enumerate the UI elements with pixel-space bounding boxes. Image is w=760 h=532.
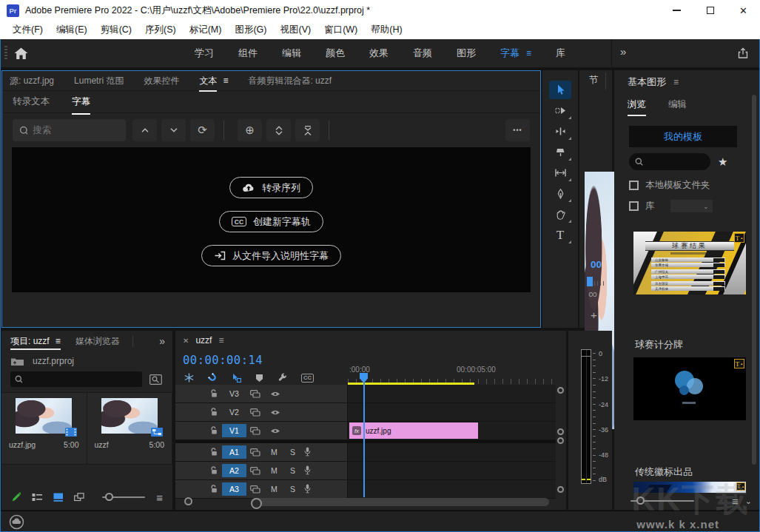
pen-tool[interactable] xyxy=(549,184,571,203)
workspace-tab-libraries[interactable]: 库 xyxy=(556,47,565,60)
menu-edit[interactable]: 编辑(E) xyxy=(50,24,94,36)
breadcrumb-label[interactable]: uzzf.prproj xyxy=(33,356,74,366)
track-content[interactable] xyxy=(348,443,556,461)
scrollbar[interactable] xyxy=(752,95,756,465)
track-label-targeted[interactable]: V1 xyxy=(222,424,246,437)
mute-button[interactable]: M xyxy=(271,448,278,457)
workspace-overflow-button[interactable]: » xyxy=(620,45,626,58)
menu-help[interactable]: 帮助(H) xyxy=(364,24,408,36)
solo-button[interactable]: S xyxy=(290,466,295,475)
track-label[interactable]: V3 xyxy=(222,387,246,400)
track-output-eye-icon[interactable] xyxy=(270,391,280,397)
track-output-eye-icon[interactable] xyxy=(270,409,280,416)
menu-view[interactable]: 视图(V) xyxy=(273,24,317,36)
tab-media-browser[interactable]: 媒体浏览器 xyxy=(75,331,120,351)
workspace-tab-editing[interactable]: 编辑 xyxy=(282,47,301,60)
more-options-button[interactable]: ••• xyxy=(505,119,530,141)
track-content[interactable] xyxy=(348,385,556,403)
voiceover-mic-icon[interactable] xyxy=(304,447,311,457)
slip-tool[interactable] xyxy=(549,164,571,182)
slider-knob[interactable] xyxy=(636,496,645,505)
add-marker-icon[interactable] xyxy=(255,374,263,383)
track-lock-icon[interactable] xyxy=(210,389,218,398)
menu-file[interactable]: 文件(F) xyxy=(6,24,50,36)
tab-source-monitor[interactable]: 源: uzzf.jpg xyxy=(10,71,54,90)
track-content[interactable]: fx uzzf.jpg xyxy=(348,422,556,440)
sync-lock-icon[interactable] xyxy=(250,390,260,398)
playback-resolution-icon[interactable]: ∞ xyxy=(588,287,597,302)
find-in-project-button[interactable] xyxy=(148,373,164,386)
track-content[interactable] xyxy=(348,462,556,479)
sequence-tab-label[interactable]: uzzf xyxy=(195,335,212,346)
template-card-scoreboard[interactable]: 球赛结果 山东鲁能 华夏幸福 广州恒大 上海申花 北京国安 天津权健 T xyxy=(633,232,746,294)
mute-button[interactable]: M xyxy=(271,466,278,475)
captions-search-input[interactable] xyxy=(33,125,119,135)
hamburger-icon[interactable]: ≡ xyxy=(673,77,679,87)
workspace-tab-effects[interactable]: 效果 xyxy=(369,47,389,60)
import-captions-button[interactable]: 从文件导入说明性字幕 xyxy=(201,245,341,266)
track-lock-icon[interactable] xyxy=(210,448,218,457)
snap-magnet-icon[interactable] xyxy=(208,373,218,383)
track-label-targeted[interactable]: A2 xyxy=(222,464,246,477)
button-editor-icon[interactable]: + xyxy=(591,309,597,321)
sync-lock-icon[interactable] xyxy=(250,408,260,417)
workspace-tab-learn[interactable]: 学习 xyxy=(195,47,214,60)
hamburger-icon[interactable]: ≡ xyxy=(56,336,61,346)
timeline-ruler[interactable]: :00:00 00:00:05:00 xyxy=(348,365,556,384)
track-content[interactable] xyxy=(348,480,556,498)
timeline-settings-wrench-icon[interactable] xyxy=(278,373,287,383)
creative-cloud-icon[interactable] xyxy=(9,514,24,530)
hamburger-icon[interactable]: ≡ xyxy=(156,491,163,504)
replace-button[interactable]: ⟳ xyxy=(190,119,215,141)
voiceover-mic-icon[interactable] xyxy=(304,484,311,494)
track-label[interactable]: V2 xyxy=(222,405,246,419)
close-tab-icon[interactable]: ✕ xyxy=(183,337,189,345)
hand-tool[interactable] xyxy=(549,205,571,223)
subtab-transcript[interactable]: 转录文本 xyxy=(13,95,50,108)
close-button[interactable]: ✕ xyxy=(727,0,760,21)
tab-lumetri-scopes[interactable]: Lumetri 范围 xyxy=(74,71,124,90)
track-output-eye-icon[interactable] xyxy=(270,428,280,434)
track-height-handle[interactable] xyxy=(557,437,564,444)
tab-audio-clip-mixer[interactable]: 音频剪辑混合器: uzzf xyxy=(248,71,332,90)
libraries-dropdown[interactable]: ⌄ xyxy=(670,200,713,212)
audio-level-meter[interactable] xyxy=(581,349,591,484)
workspace-tab-graphics[interactable]: 图形 xyxy=(457,47,476,60)
menu-graphics[interactable]: 图形(G) xyxy=(228,24,273,36)
hamburger-icon[interactable]: ≡ xyxy=(218,335,223,346)
split-caption-button[interactable] xyxy=(266,119,291,141)
tab-effect-controls[interactable]: 效果控件 xyxy=(144,71,179,90)
template-search-input[interactable] xyxy=(647,157,706,167)
workspace-tab-assembly[interactable]: 组件 xyxy=(238,47,258,60)
timeline-clip[interactable]: fx uzzf.jpg xyxy=(349,422,478,439)
previous-caption-button[interactable] xyxy=(132,119,157,141)
project-search-box[interactable] xyxy=(10,371,142,387)
track-lock-icon[interactable] xyxy=(210,426,218,435)
solo-button[interactable]: S xyxy=(290,448,295,457)
selection-tool[interactable] xyxy=(549,81,571,99)
hamburger-icon[interactable]: ≡ xyxy=(732,495,739,508)
quick-export-button[interactable] xyxy=(737,47,749,59)
sync-lock-icon[interactable] xyxy=(250,485,260,494)
playhead-timecode[interactable]: 00:00:00:14 xyxy=(183,354,263,367)
track-lock-icon[interactable] xyxy=(210,408,218,417)
transcribe-sequence-button[interactable]: 转录序列 xyxy=(229,177,313,198)
subtab-captions[interactable]: 字幕 xyxy=(72,95,90,108)
program-mini-timeline[interactable] xyxy=(587,277,606,288)
tab-text-active[interactable]: 文本 ≡ xyxy=(199,71,228,90)
track-height-handle[interactable] xyxy=(557,486,564,493)
type-tool[interactable]: T xyxy=(549,226,571,244)
template-name[interactable]: 传统徽标出品 xyxy=(635,465,693,479)
track-select-forward-tool[interactable] xyxy=(549,101,571,120)
project-item-clip[interactable]: uzzf.jpg 5:00 xyxy=(1,393,87,464)
home-button[interactable] xyxy=(13,47,29,61)
linked-selection-icon[interactable] xyxy=(232,374,241,383)
template-card-logo[interactable]: T xyxy=(633,357,746,420)
writable-pencil-icon[interactable] xyxy=(11,492,21,502)
track-content[interactable] xyxy=(348,403,556,421)
captions-visibility-icon[interactable]: CC xyxy=(301,374,314,383)
tab-edit[interactable]: 编辑 xyxy=(668,98,687,111)
track-lock-icon[interactable] xyxy=(210,466,218,475)
razor-tool[interactable] xyxy=(549,143,571,161)
menu-sequence[interactable]: 序列(S) xyxy=(138,24,183,36)
